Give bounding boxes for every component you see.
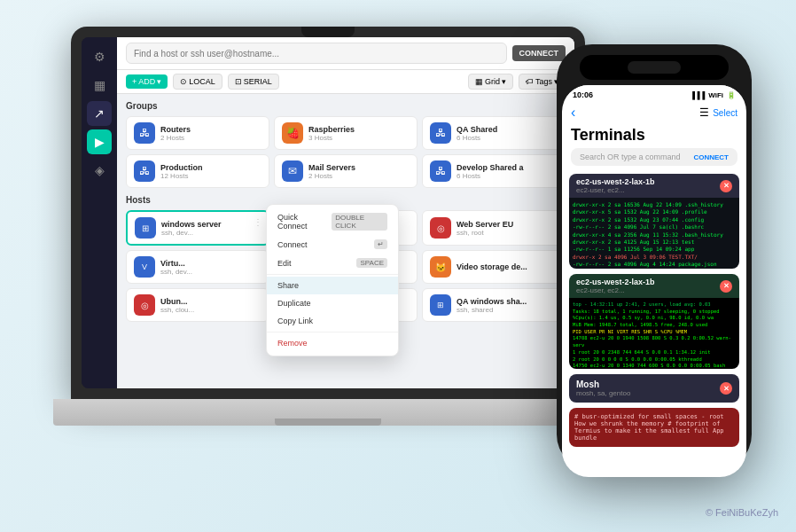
group-card-develop[interactable]: 🖧 Develop Shared a 6 Hosts bbox=[422, 154, 566, 188]
host-sub-virtual: ssh, dev... bbox=[160, 268, 192, 276]
host-card-video-dev[interactable]: 🐱 Video storage de... bbox=[422, 250, 566, 284]
search-toolbar: CONNECT bbox=[117, 37, 574, 70]
host-info-web-eu: Web Server EU ssh, root bbox=[457, 220, 513, 237]
host-card-qa-windows[interactable]: ⊞ QA windows sha... ssh, shared bbox=[422, 288, 566, 322]
group-icon-qa-shared: 🖧 bbox=[430, 122, 451, 144]
ctx-edit-badge: SPACE bbox=[356, 258, 387, 268]
ctx-divider-2 bbox=[267, 332, 398, 332]
signal-icon: ▐▐▐ bbox=[690, 91, 705, 99]
sidebar-hosts-icon[interactable]: ↗ bbox=[87, 101, 112, 126]
terminal-name-2: ec2-us-west-2-lax-1b bbox=[576, 278, 655, 286]
terminal-info-1: ec2-us-west-2-lax-1b ec2-user, ec2... bbox=[576, 177, 655, 194]
ctx-remove-label: Remove bbox=[277, 339, 308, 348]
ctx-divider-1 bbox=[267, 274, 398, 275]
phone-nav: ‹ ☰ Select bbox=[562, 101, 746, 124]
terminal-entry-1[interactable]: ec2-us-west-2-lax-1b ec2-user, ec2... ✕ … bbox=[569, 174, 739, 269]
host-card-windows[interactable]: ⊞ windows server ssh, dev... ⋮ bbox=[126, 210, 269, 246]
group-info-production: Production 12 Hosts bbox=[160, 163, 203, 180]
phone-search[interactable]: Search OR type a command CONNECT bbox=[571, 148, 737, 166]
ctx-connect-label: Connect bbox=[277, 240, 308, 249]
host-card-web-eu[interactable]: ◎ Web Server EU ssh, root bbox=[422, 210, 566, 246]
three-dots-icon[interactable]: ⋮ bbox=[254, 217, 262, 227]
local-button[interactable]: ⊙ LOCAL bbox=[173, 74, 222, 90]
terminal-name-1: ec2-us-west-2-lax-1b bbox=[576, 177, 655, 186]
sidebar-key-icon[interactable]: ◈ bbox=[87, 158, 112, 183]
host-info-windows: windows server ssh, dev... bbox=[161, 220, 222, 237]
laptop-screen: ⚙ ▦ ↗ ▶ ◈ CONNECT + ADD ▾ bbox=[71, 27, 585, 399]
host-info-ubuntu: Ubun... ssh, clou... bbox=[160, 297, 194, 314]
group-name-routers: Routers bbox=[160, 125, 191, 134]
phone-connect-label[interactable]: CONNECT bbox=[693, 153, 729, 161]
group-icon-raspberries: 🍓 bbox=[282, 122, 303, 144]
group-name-develop: Develop Shared a bbox=[457, 163, 524, 172]
ctx-connect-badge: ↵ bbox=[374, 239, 387, 249]
group-name-raspberries: Raspberries bbox=[308, 125, 355, 134]
group-card-qa-shared[interactable]: 🖧 QA Shared 6 Hosts bbox=[422, 116, 566, 150]
local-label: LOCAL bbox=[189, 77, 215, 86]
laptop: ⚙ ▦ ↗ ▶ ◈ CONNECT + ADD ▾ bbox=[53, 27, 603, 488]
list-icon: ☰ bbox=[699, 106, 709, 119]
connect-button[interactable]: CONNECT bbox=[512, 45, 566, 61]
group-card-raspberries[interactable]: 🍓 Raspberries 3 Hosts bbox=[274, 116, 418, 150]
ctx-duplicate[interactable]: Duplicate bbox=[267, 294, 398, 312]
app-window: ⚙ ▦ ↗ ▶ ◈ CONNECT + ADD ▾ bbox=[82, 37, 574, 388]
sidebar-grid-icon[interactable]: ▦ bbox=[87, 73, 112, 98]
ctx-share[interactable]: Share bbox=[267, 277, 398, 294]
mosh-sub: mosh, sa, gentoo bbox=[576, 389, 630, 397]
host-card-ubuntu[interactable]: ◎ Ubun... ssh, clou... bbox=[126, 288, 269, 322]
group-card-routers[interactable]: 🖧 Routers 2 Hosts bbox=[126, 116, 269, 150]
group-sub-mail: 2 Hosts bbox=[308, 172, 355, 180]
host-info-video-dev: Video storage de... bbox=[457, 262, 527, 271]
phone-nav-right: ☰ Select bbox=[699, 106, 737, 119]
grid-label: Grid bbox=[485, 77, 500, 86]
phone-notch-area bbox=[580, 55, 729, 80]
groups-section-label: Groups bbox=[126, 101, 566, 111]
phone-search-placeholder: Search OR type a command bbox=[580, 153, 681, 161]
terminal-entry-2[interactable]: ec2-us-west-2-lax-1b ec2-user, ec2... ✕ … bbox=[569, 274, 739, 369]
ctx-share-label: Share bbox=[277, 281, 299, 290]
group-info-raspberries: Raspberries 3 Hosts bbox=[308, 125, 355, 142]
group-sub-raspberries: 3 Hosts bbox=[308, 134, 355, 142]
app-main: CONNECT + ADD ▾ ⊙ LOCAL ⊡ SERIAL bbox=[117, 37, 574, 388]
terminal-close-1[interactable]: ✕ bbox=[720, 180, 732, 192]
select-button[interactable]: Select bbox=[713, 108, 737, 118]
mosh-info: Mosh mosh, sa, gentoo bbox=[576, 379, 630, 397]
local-icon: ⊙ bbox=[180, 77, 187, 86]
ctx-remove[interactable]: Remove bbox=[267, 334, 398, 352]
laptop-base bbox=[53, 399, 603, 426]
add-button[interactable]: + ADD ▾ bbox=[126, 74, 168, 89]
host-sub-windows: ssh, dev... bbox=[161, 229, 222, 237]
battery-icon: 🔋 bbox=[727, 91, 736, 99]
group-name-production: Production bbox=[160, 163, 203, 172]
grid-chevron: ▾ bbox=[502, 77, 506, 86]
back-button[interactable]: ‹ bbox=[571, 105, 575, 121]
mosh-close[interactable]: ✕ bbox=[720, 382, 732, 395]
grid-icon: ▦ bbox=[475, 77, 483, 86]
ctx-copy-link[interactable]: Copy Link bbox=[267, 312, 398, 330]
mosh-title: Mosh bbox=[576, 379, 630, 389]
wifi-icon: WiFi bbox=[708, 91, 723, 99]
mosh-entry[interactable]: Mosh mosh, sa, gentoo ✕ bbox=[569, 374, 739, 403]
host-card-virtual[interactable]: V Virtu... ssh, dev... bbox=[126, 250, 269, 284]
grid-button[interactable]: ▦ Grid ▾ bbox=[468, 74, 513, 90]
host-icon-qa-windows: ⊞ bbox=[430, 294, 451, 316]
ctx-copy-link-label: Copy Link bbox=[277, 317, 313, 325]
sidebar-settings-icon[interactable]: ⚙ bbox=[87, 44, 112, 69]
group-card-production[interactable]: 🖧 Production 12 Hosts bbox=[126, 154, 269, 188]
terminal-close-2[interactable]: ✕ bbox=[720, 280, 732, 293]
bottom-terminal-text: # busr-optimized for small spaces - root… bbox=[574, 413, 734, 442]
ctx-edit[interactable]: Edit SPACE bbox=[267, 254, 398, 272]
host-icon-ubuntu: ◎ bbox=[134, 294, 155, 316]
phone-notch-pill bbox=[628, 61, 681, 74]
serial-button[interactable]: ⊡ SERIAL bbox=[228, 74, 279, 90]
search-input[interactable] bbox=[126, 43, 507, 64]
ctx-quick-connect-label: Quick Connect bbox=[277, 213, 326, 231]
host-icon-web-eu: ◎ bbox=[430, 217, 451, 239]
ctx-connect[interactable]: Connect ↵ bbox=[267, 235, 398, 254]
group-info-develop: Develop Shared a 6 Hosts bbox=[457, 163, 524, 180]
group-card-mail[interactable]: ✉ Mail Servers 2 Hosts bbox=[274, 154, 418, 188]
group-icon-production: 🖧 bbox=[134, 160, 155, 182]
ctx-quick-connect[interactable]: Quick Connect DOUBLE CLICK bbox=[267, 208, 398, 235]
action-toolbar: + ADD ▾ ⊙ LOCAL ⊡ SERIAL ▦ bbox=[117, 70, 574, 94]
sidebar-terminal-icon[interactable]: ▶ bbox=[87, 129, 112, 154]
